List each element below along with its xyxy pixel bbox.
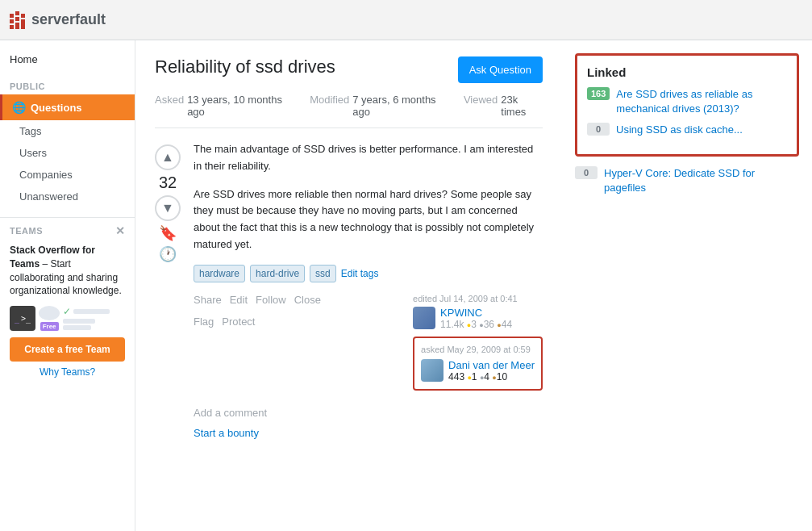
sidebar-nav: Home PUBLIC 🌐 Questions Tags Users Compa…: [0, 40, 135, 214]
action-row-top: Share Edit Follow Close: [194, 294, 321, 306]
editor-rep: 11.4k ●3 ●36 ●44: [440, 319, 512, 330]
start-bounty-link[interactable]: Start a bounty: [194, 427, 543, 439]
app: serverfault Home PUBLIC 🌐 Questions Tags…: [0, 0, 812, 531]
sidebar-item-questions[interactable]: 🌐 Questions: [0, 94, 135, 120]
linked-link-1[interactable]: Using SSD as disk cache...: [616, 123, 743, 137]
linked-item-0: 163 Are SSD drives as reliable as mechan…: [587, 87, 787, 116]
sidebar-section-public: PUBLIC: [0, 72, 135, 94]
vote-area: ▲ 32 ▼ 🔖 🕐: [155, 141, 181, 439]
meta-asked: Asked 13 years, 10 months ago: [155, 94, 297, 118]
vote-up-button[interactable]: ▲: [155, 144, 181, 170]
linked-link-0[interactable]: Are SSD drives as reliable as mechanical…: [616, 87, 787, 116]
why-teams-link[interactable]: Why Teams?: [10, 366, 125, 378]
question-text-p1: The main advantage of SSD drives is bett…: [194, 141, 543, 175]
ask-question-button[interactable]: Ask Question: [458, 56, 543, 83]
add-comment-link[interactable]: Add a comment: [194, 403, 543, 422]
linked-title: Linked: [587, 65, 787, 79]
follow-link[interactable]: Follow: [256, 294, 286, 306]
teams-close-icon[interactable]: ✕: [115, 224, 126, 237]
right-panel: Linked 163 Are SSD drives as reliable as…: [562, 40, 812, 531]
asker-name[interactable]: Dani van der Meer: [448, 359, 535, 371]
linked-item-1: 0 Using SSD as disk cache...: [587, 123, 787, 137]
free-badge: Free: [40, 322, 59, 331]
flag-link[interactable]: Flag: [194, 316, 214, 328]
editor-name[interactable]: KPWINC: [440, 307, 512, 319]
question-title: Reliability of ssd drives: [155, 56, 458, 77]
asker-rep: 443 ●1 ●4 ●10: [448, 371, 535, 383]
linked-score-1: 0: [587, 123, 610, 136]
sidebar-item-home-label: Home: [10, 53, 38, 65]
main-layout: Home PUBLIC 🌐 Questions Tags Users Compa…: [0, 40, 812, 531]
sidebar-item-users[interactable]: Users: [0, 142, 135, 164]
asked-card-label: asked May 29, 2009 at 0:59: [421, 345, 535, 354]
tag-hard-drive[interactable]: hard-drive: [250, 265, 305, 282]
check-icon: ✓: [63, 306, 71, 317]
sidebar-item-home[interactable]: Home: [0, 47, 135, 72]
linked-section: Linked 163 Are SSD drives as reliable as…: [575, 53, 799, 157]
asker-info: Dani van der Meer 443 ●1 ●4 ●10: [421, 359, 535, 383]
close-link[interactable]: Close: [294, 294, 321, 306]
teams-promo: Stack Overflow for Teams – Start collabo…: [10, 244, 125, 298]
action-row-bottom: Flag Protect: [194, 316, 321, 328]
logo-text: serverfault: [31, 11, 106, 28]
edit-link[interactable]: Edit: [230, 294, 248, 306]
tag-ssd[interactable]: ssd: [310, 265, 336, 282]
teams-section: TEAMS ✕ Stack Overflow for Teams – Start…: [0, 217, 135, 384]
linked-item-2: 0 Hyper-V Core: Dedicate SSD for pagefil…: [575, 166, 799, 195]
author-cards: edited Jul 14, 2009 at 0:41 KPWINC 11.4k…: [413, 294, 543, 391]
post-actions: Share Edit Follow Close Flag Protect: [194, 294, 543, 391]
sidebar-item-companies[interactable]: Companies: [0, 164, 135, 186]
asker-avatar: [421, 359, 443, 382]
logo-icon: [10, 11, 25, 29]
linked-link-2[interactable]: Hyper-V Core: Dedicate SSD for pagefiles: [604, 166, 799, 195]
protect-link[interactable]: Protect: [222, 316, 255, 328]
question-text-p2: Are SSD drives more reliable then normal…: [194, 186, 543, 253]
terminal-icon: _ >_: [10, 306, 35, 331]
cards-icon: ✓: [63, 306, 110, 331]
globe-icon: 🌐: [12, 101, 26, 114]
linked-score-0: 163: [587, 87, 610, 100]
teams-label: TEAMS: [10, 226, 43, 236]
teams-illustration: _ >_ Free ✓: [10, 306, 125, 331]
sidebar-item-questions-label: Questions: [31, 102, 82, 114]
question-meta: Asked 13 years, 10 months ago Modified 7…: [155, 94, 543, 128]
meta-modified: Modified 7 years, 6 months ago: [310, 94, 451, 118]
teams-header: TEAMS ✕: [10, 224, 125, 237]
action-links: Share Edit Follow Close Flag Protect: [194, 294, 321, 334]
edit-tags-link[interactable]: Edit tags: [341, 268, 379, 279]
question-header: Reliability of ssd drives Ask Question: [155, 56, 543, 84]
question-body-area: ▲ 32 ▼ 🔖 🕐 The main advantage of SSD dri…: [155, 141, 543, 439]
bookmark-button[interactable]: 🔖: [159, 224, 177, 242]
editor-info: KPWINC 11.4k ●3 ●36 ●44: [413, 307, 543, 330]
question-content: Reliability of ssd drives Ask Question A…: [135, 40, 562, 531]
vote-count: 32: [159, 174, 177, 192]
asked-card: asked May 29, 2009 at 0:59 Dani van der …: [413, 337, 543, 391]
create-team-button[interactable]: Create a free Team: [10, 337, 125, 362]
logo[interactable]: serverfault: [10, 11, 106, 29]
edited-info: edited Jul 14, 2009 at 0:41 KPWINC 11.4k…: [413, 294, 543, 330]
sidebar: Home PUBLIC 🌐 Questions Tags Users Compa…: [0, 40, 135, 531]
sidebar-item-unanswered[interactable]: Unanswered: [0, 186, 135, 207]
linked-score-2: 0: [575, 166, 598, 179]
sidebar-item-tags[interactable]: Tags: [0, 120, 135, 142]
header: serverfault: [0, 0, 812, 40]
meta-viewed: Viewed 23k times: [464, 94, 543, 118]
tag-hardware[interactable]: hardware: [194, 265, 245, 282]
history-button[interactable]: 🕐: [159, 245, 177, 263]
tags-row: hardware hard-drive ssd Edit tags: [194, 265, 543, 282]
question-body: The main advantage of SSD drives is bett…: [194, 141, 543, 439]
chat-bubble-icon: Free: [39, 306, 60, 331]
vote-down-button[interactable]: ▼: [155, 195, 181, 221]
share-link[interactable]: Share: [194, 294, 222, 306]
editor-avatar: [413, 307, 435, 329]
